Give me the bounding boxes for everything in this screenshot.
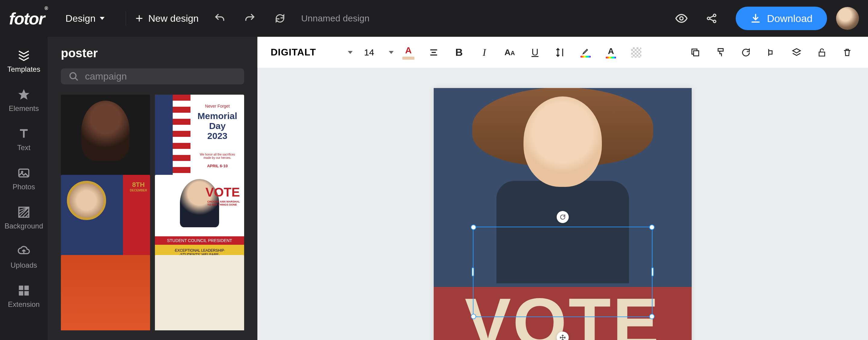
templates-panel: poster ✔VOTEKYLETHOMAS FOR STUDENT BODY … <box>48 37 257 340</box>
svg-rect-9 <box>24 286 29 290</box>
font-family-select[interactable]: DIGITALT <box>267 43 357 62</box>
chevron-down-icon <box>100 17 104 20</box>
svg-rect-10 <box>19 291 24 296</box>
sidebar-item-templates[interactable]: Templates <box>0 41 48 81</box>
uploads-icon <box>17 245 30 258</box>
extension-icon <box>17 284 30 297</box>
lock-button[interactable] <box>813 44 831 61</box>
download-label: Download <box>767 13 812 24</box>
search-input[interactable] <box>85 71 236 82</box>
search-input-wrapper[interactable] <box>61 68 244 84</box>
panel-title: poster <box>61 47 244 60</box>
chevron-down-icon <box>389 51 394 54</box>
transparency-button[interactable] <box>627 44 645 61</box>
redo-button[interactable] <box>241 9 259 27</box>
chevron-down-icon <box>348 51 352 54</box>
sidebar-item-text[interactable]: Text <box>0 120 48 159</box>
underline-button[interactable]: U <box>526 44 544 61</box>
sidebar-item-photos[interactable]: Photos <box>0 159 48 198</box>
avatar[interactable] <box>836 7 859 30</box>
selection-box[interactable] <box>473 227 652 317</box>
svg-rect-8 <box>19 286 24 290</box>
svg-rect-14 <box>693 51 699 56</box>
poster-canvas[interactable]: VOTE ★ ★ ★ 2023 ELECTION ★ ★ ★ JANE CONN… <box>434 88 692 340</box>
new-design-button[interactable]: New design <box>135 13 198 24</box>
highlight-button[interactable] <box>577 44 594 61</box>
design-menu-label: Design <box>65 13 96 24</box>
sidebar-item-elements[interactable]: Elements <box>0 81 48 120</box>
layers-button[interactable] <box>788 44 805 61</box>
divider <box>126 11 126 26</box>
download-button[interactable]: Download <box>736 7 827 30</box>
copy-button[interactable] <box>687 44 704 61</box>
rotate-handle[interactable] <box>557 211 569 223</box>
spacing-button[interactable] <box>552 44 569 61</box>
font-size-label: 14 <box>364 47 374 58</box>
delete-button[interactable] <box>838 44 856 61</box>
plus-icon <box>135 14 144 23</box>
photos-icon <box>17 166 30 180</box>
sidebar-item-uploads[interactable]: Uploads <box>0 238 48 277</box>
template-item[interactable] <box>155 255 244 330</box>
bold-button[interactable]: B <box>450 44 468 61</box>
format-painter-button[interactable] <box>712 44 730 61</box>
text-icon <box>17 127 30 141</box>
stage[interactable]: VOTE ★ ★ ★ 2023 ELECTION ★ ★ ★ JANE CONN… <box>257 68 868 340</box>
canvas-area: DIGITALT 14 A B I AA U A <box>257 37 868 340</box>
search-icon <box>69 71 79 82</box>
align-elements-button[interactable] <box>763 44 780 61</box>
download-icon <box>750 13 761 24</box>
italic-button[interactable]: I <box>475 44 493 61</box>
font-family-label: DIGITALT <box>271 47 316 58</box>
template-item[interactable] <box>61 255 150 330</box>
sidebar-item-extension[interactable]: Extension <box>0 277 48 316</box>
preview-button[interactable] <box>673 9 690 27</box>
gradient-text-button[interactable]: A <box>602 44 620 61</box>
topbar: fotor® Design New design Unnamed design … <box>0 0 868 37</box>
svg-rect-11 <box>24 291 29 296</box>
sidebar-item-background[interactable]: Background <box>0 198 48 238</box>
elements-icon <box>17 88 30 101</box>
text-case-button[interactable]: AA <box>501 44 518 61</box>
undo-button[interactable] <box>211 9 229 27</box>
logo[interactable]: fotor® <box>9 9 47 28</box>
font-size-select[interactable]: 14 <box>359 43 395 62</box>
share-button[interactable] <box>703 9 721 27</box>
new-design-label: New design <box>148 13 198 24</box>
template-grid: ✔VOTEKYLETHOMAS FOR STUDENT BODY PRESIDE… <box>61 95 244 330</box>
sidebar-rail: Templates Elements Text Photos Backgroun… <box>0 37 48 340</box>
sync-button[interactable] <box>271 9 289 27</box>
text-color-button[interactable]: A <box>400 44 417 61</box>
templates-icon <box>17 49 30 62</box>
design-menu[interactable]: Design <box>65 13 104 24</box>
svg-point-0 <box>680 17 683 20</box>
document-name[interactable]: Unnamed design <box>301 13 370 24</box>
rotate-button[interactable] <box>737 44 755 61</box>
main: Templates Elements Text Photos Backgroun… <box>0 37 868 340</box>
svg-marker-4 <box>19 89 30 100</box>
background-icon <box>17 206 30 219</box>
svg-rect-15 <box>819 52 825 56</box>
svg-point-12 <box>70 73 76 79</box>
text-toolbar: DIGITALT 14 A B I AA U A <box>257 37 868 68</box>
align-button[interactable] <box>425 44 442 61</box>
